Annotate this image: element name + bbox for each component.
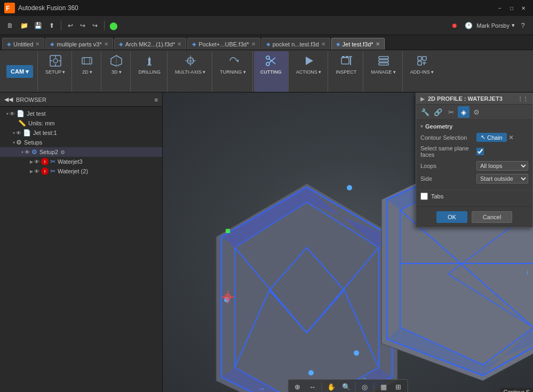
tree-item-jet-test1[interactable]: ▾ 👁 📄 Jet test:1 [0,128,162,138]
vp-grid-btn[interactable]: ⊞ [392,381,405,392]
tab-close-untitled[interactable]: ✕ [35,41,39,47]
vp-zoom-btn[interactable]: 🔍 [339,381,353,392]
tree-item-waterjet2[interactable]: ▶ 👁 ! ✂ Waterjet (2) [0,166,162,176]
multiaxis-group: MULTI-AXIS ▾ [169,51,212,92]
tab-close-pocket-test[interactable]: ✕ [321,41,325,47]
vp-fit-btn[interactable]: ⊕ [291,381,305,392]
svg-text:→: → [258,385,265,392]
tree-item-setups[interactable]: ▾ ⚙ Setups [0,138,162,147]
panel-more-btn[interactable]: ⋮⋮ [518,96,528,102]
tab-label-pocket-ube: Pocket+...UBE.f3d* [198,41,249,47]
turning-button[interactable]: TURNING ▾ [218,52,248,76]
same-plane-checkbox[interactable] [476,148,484,155]
drilling-button[interactable]: DRILLING [136,52,163,76]
tab-icon-jet-test: ◈ [336,41,340,47]
2d-group: 2D ▾ [73,51,101,92]
turning-group: TURNING ▾ [213,51,253,92]
svg-line-24 [269,59,275,64]
panel-tab-tool[interactable]: 🔧 [419,106,431,118]
error-badge: ! [41,158,49,165]
profile-panel-title: 2D PROFILE : WATERJET3 [428,95,515,102]
browser-panel: ◀◀ BROWSER ≡ ▾ 👁 📄 Jet test 📏 Units: mm [0,93,163,392]
vp-sep2 [355,382,356,391]
ok-button[interactable]: OK [436,211,467,223]
3d-label: 3D ▾ [112,69,122,75]
side-row: Side Start outside [420,174,528,183]
3d-button[interactable]: 3D ▾ [107,52,126,76]
tab-multiple-parts[interactable]: ◈ multiple parts v3* ✕ [45,38,113,50]
save-button[interactable]: 💾 [32,20,44,31]
panel-tab-geom[interactable]: ◈ [458,106,470,118]
minimize-button[interactable]: − [495,3,505,13]
tab-untitled[interactable]: ◈ Untitled ✕ [2,38,44,50]
run-button[interactable]: ⬤ [108,20,120,31]
browser-header: ◀◀ BROWSER ≡ [0,93,162,107]
multiaxis-button[interactable]: MULTI-AXIS ▾ [173,52,208,76]
user-dropdown-icon: ▾ [512,22,515,29]
profile-panel-header[interactable]: ▶ 2D PROFILE : WATERJET3 ⋮⋮ [416,93,532,105]
panel-tab-link[interactable]: 🔗 [432,106,444,118]
tab-pocket-ube[interactable]: ◈ Pocket+...UBE.f3d* ✕ [187,38,260,50]
cut-icon: ✂ [50,158,55,165]
browser-collapse-icon[interactable]: ◀◀ [4,96,13,103]
tab-close-jet-test[interactable]: ✕ [376,41,380,47]
tab-arch[interactable]: ◈ Arch MK2...(1).f3d* ✕ [114,38,187,50]
contour-field-value: ↖ Chain ✕ [476,133,528,142]
maximize-button[interactable]: □ [506,3,517,13]
tab-close-arch[interactable]: ✕ [177,41,181,47]
manage-button[interactable]: MANAGE ▾ [369,52,398,76]
cam-button[interactable]: CAM ▾ [6,65,33,78]
geometry-header[interactable]: ▾ Geometry [420,123,528,130]
contour-status-text: Contour S [503,389,530,392]
cancel-button[interactable]: Cancel [472,211,512,223]
addins-label: ADD-INS ▾ [410,69,434,75]
vp-pan-btn[interactable]: ✋ [324,381,338,392]
history-button[interactable]: 🕐 [463,20,474,31]
left-panel: → → [216,183,397,392]
vp-orbit-btn[interactable]: ↔ [306,381,320,392]
record-button[interactable]: ⏺ [449,20,460,31]
addins-icon [415,53,429,68]
ribbon: CAM ▾ SETUP ▾ [0,50,533,93]
chain-button[interactable]: ↖ Chain [476,133,507,142]
export-button[interactable]: ⬆ [46,20,58,31]
panel-tab-cut[interactable]: ✂ [445,106,457,118]
svg-text:↓: ↓ [526,267,529,276]
ribbon-top: 🗎 📁 💾 ⬆ ↩ ↪ ↪ ⬤ ⏺ 🕐 Mark Porsby ▾ ? [0,16,533,35]
viewport[interactable]: → → → [163,93,533,392]
tab-pocket-test[interactable]: ◈ pocket n...test.f3d ✕ [261,38,330,50]
vp-view-btn[interactable]: ◎ [358,381,372,392]
main-area: ◀◀ BROWSER ≡ ▾ 👁 📄 Jet test 📏 Units: mm [0,93,533,392]
addins-button[interactable]: ADD-INS ▾ [408,52,436,76]
user-area[interactable]: Mark Porsby ▾ [476,22,515,29]
inspect-button[interactable]: INSPECT [333,52,359,76]
same-plane-label: Select same plane faces [420,145,476,158]
contour-close-btn[interactable]: ✕ [508,134,514,141]
vp-display-btn[interactable]: ▦ [377,381,391,392]
tree-item-waterjet3[interactable]: ▶ 👁 ! ✂ Waterjet3 [0,157,162,166]
actions-button[interactable]: ACTIONS ▾ [294,52,324,76]
undo-button[interactable]: ↩ [65,20,76,31]
redo2-button[interactable]: ↪ [89,20,101,31]
side-select[interactable]: Start outside [476,174,528,183]
panel-tab-extra[interactable]: ⚙ [471,106,482,118]
tabs-checkbox[interactable] [420,193,428,200]
tab-close-multiple[interactable]: ✕ [104,41,108,47]
svg-rect-35 [423,57,426,60]
tree-item-setup2[interactable]: ▾ 👁 ⚙ Setup2 ⚙ [0,147,162,157]
help-button[interactable]: ? [517,20,529,31]
tab-close-pocket-ube[interactable]: ✕ [251,41,256,47]
tree-item-jet-test[interactable]: ▾ 👁 📄 Jet test [0,109,162,118]
arrow-icon2: ▾ [13,131,15,135]
setup-button[interactable]: SETUP ▾ [43,52,67,76]
open-button[interactable]: 📁 [18,20,30,31]
redo-button[interactable]: ↪ [77,20,89,31]
cutting-button[interactable]: CUTTING [258,52,284,76]
tab-jet-test[interactable]: ◈ Jet test.f3d* ✕ [331,38,385,50]
new-button[interactable]: 🗎 [4,20,16,31]
loops-value: All loops [476,161,528,171]
browser-menu-icon[interactable]: ≡ [155,97,158,103]
close-button[interactable]: ✕ [518,3,529,13]
loops-select[interactable]: All loops [476,161,528,171]
2d-button[interactable]: 2D ▾ [77,52,97,76]
